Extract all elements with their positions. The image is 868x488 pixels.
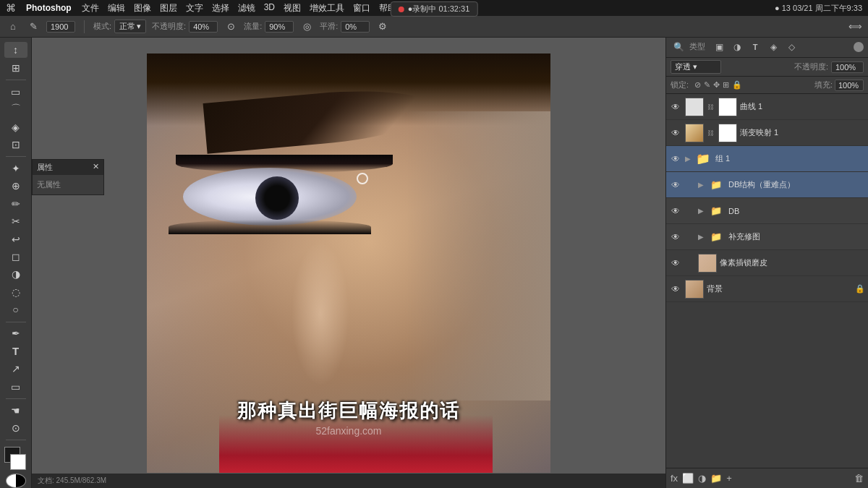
lock-artboard-icon[interactable]: ⊞ xyxy=(723,80,729,90)
properties-title: 属性 xyxy=(37,162,53,173)
airbrush-icon[interactable]: ◎ xyxy=(299,20,314,34)
brush-tool-icon[interactable]: ✎ xyxy=(26,20,41,34)
menu-select[interactable]: 选择 xyxy=(212,2,229,14)
path-select-tool[interactable]: ↗ xyxy=(4,361,27,377)
add-mask-btn[interactable]: ⬜ xyxy=(682,473,694,484)
eraser-tool[interactable]: ◻ xyxy=(4,249,27,265)
dodge-tool[interactable]: ○ xyxy=(4,301,27,317)
menu-text[interactable]: 文字 xyxy=(186,2,203,14)
brush-size-value[interactable]: 1900 xyxy=(46,21,75,33)
lock-position-icon[interactable]: ✥ xyxy=(713,80,720,90)
menu-3d[interactable]: 3D xyxy=(264,2,275,14)
blur-tool[interactable]: ◌ xyxy=(4,284,27,300)
text-tool[interactable]: T xyxy=(4,343,27,359)
lock-transparent-icon[interactable]: ⊘ xyxy=(694,80,701,90)
filter-pixel-icon[interactable]: ▣ xyxy=(711,39,727,55)
flow-value[interactable]: 90% xyxy=(265,21,294,33)
symmetry-icon[interactable]: ⟺ xyxy=(848,20,862,34)
link-layers-btn[interactable]: fx xyxy=(671,473,678,484)
add-layer-btn[interactable]: + xyxy=(726,473,732,484)
filter-toggle[interactable] xyxy=(854,42,864,52)
pen-tool[interactable]: ✒ xyxy=(4,325,27,341)
menu-layer[interactable]: 图层 xyxy=(160,2,177,14)
delete-layer-btn[interactable]: 🗑 xyxy=(854,473,864,484)
move-tool[interactable]: ↕ xyxy=(4,42,27,58)
add-adjustment-btn[interactable]: ◑ xyxy=(698,473,706,484)
canvas-image[interactable]: 那种真出街巨幅海报的话 52fanxing.com xyxy=(147,53,550,473)
opacity-row-value[interactable]: 100% xyxy=(831,61,864,73)
marquee-tool[interactable]: ▭ xyxy=(4,84,27,100)
gradient-tool[interactable]: ◑ xyxy=(4,266,27,282)
brush-tool[interactable]: ✏ xyxy=(4,196,27,212)
group-expand-icon[interactable]: ▶ xyxy=(698,233,704,241)
add-group-btn[interactable]: 📁 xyxy=(710,473,722,484)
background-color[interactable] xyxy=(10,454,26,470)
properties-close[interactable]: ✕ xyxy=(93,162,99,173)
eye-icon[interactable]: 👁 xyxy=(669,179,682,192)
healing-tool[interactable]: ⊕ xyxy=(4,178,27,194)
group-expand-icon[interactable]: ▶ xyxy=(698,181,704,189)
layer-thumbnail: 📁 xyxy=(694,150,712,168)
layer-item[interactable]: 👁 ▶ 📁 组 1 xyxy=(666,146,868,172)
layer-item[interactable]: 👁 ▶ 📁 DB xyxy=(666,198,868,224)
fill-area: 填充: 100% xyxy=(814,80,864,91)
eye-icon[interactable]: 👁 xyxy=(669,127,682,140)
eye-icon[interactable]: 👁 xyxy=(669,283,682,296)
home-icon[interactable]: ⌂ xyxy=(6,20,20,34)
layer-item[interactable]: 👁 ⛓ 曲线 1 xyxy=(666,94,868,120)
filter-smart-icon[interactable]: ◇ xyxy=(783,39,799,55)
eye-icon[interactable]: 👁 xyxy=(669,231,682,244)
menu-view[interactable]: 视图 xyxy=(284,2,301,14)
object-select-tool[interactable]: ◈ xyxy=(4,119,27,134)
layer-item[interactable]: 👁 ▶ 📁 DB结构（重难点） xyxy=(666,172,868,198)
fill-label: 填充: xyxy=(814,80,833,90)
eye-icon[interactable]: 👁 xyxy=(669,257,682,270)
lasso-tool[interactable]: ⌒ xyxy=(4,101,27,117)
layer-item[interactable]: 👁 像素插锁磨皮 xyxy=(666,250,868,276)
opacity-value[interactable]: 40% xyxy=(189,21,218,33)
layer-item[interactable]: 👁 ⛓ 渐变映射 1 xyxy=(666,120,868,146)
shape-tool[interactable]: ▭ xyxy=(4,378,27,394)
eye-icon[interactable]: 👁 xyxy=(669,153,682,166)
history-brush-tool[interactable]: ↩ xyxy=(4,231,27,247)
tool-sep-5 xyxy=(6,440,26,440)
menu-edit[interactable]: 编辑 xyxy=(108,2,125,14)
filter-shape-icon[interactable]: ◈ xyxy=(765,39,781,55)
filter-adjust-icon[interactable]: ◑ xyxy=(729,39,745,55)
menu-image[interactable]: 图像 xyxy=(134,2,151,14)
smooth-group: 平滑: 0% xyxy=(320,21,370,33)
artboard-tool[interactable]: ⊞ xyxy=(4,59,27,75)
canvas-wrapper: 那种真出街巨幅海报的话 52fanxing.com xyxy=(147,53,550,473)
layer-name: 渐变映射 1 xyxy=(740,127,865,138)
group-expand-icon[interactable]: ▶ xyxy=(698,207,704,215)
crop-tool[interactable]: ⊡ xyxy=(4,137,27,153)
filter-type-icon[interactable]: T xyxy=(747,39,763,55)
menu-filter[interactable]: 滤镜 xyxy=(238,2,255,14)
hand-tool[interactable]: ☚ xyxy=(4,403,27,419)
fill-value[interactable]: 100% xyxy=(835,80,864,91)
menu-plugins[interactable]: 增效工具 xyxy=(310,2,344,14)
brush-pressure-icon[interactable]: ⊙ xyxy=(224,20,238,34)
menu-window[interactable]: 窗口 xyxy=(353,2,370,14)
menu-file[interactable]: 文件 xyxy=(82,2,99,14)
smooth-value[interactable]: 0% xyxy=(341,21,370,33)
eyedropper-tool[interactable]: ✦ xyxy=(4,160,27,176)
blend-mode-dropdown[interactable]: 穿透 ▾ xyxy=(671,60,721,74)
zoom-tool[interactable]: ⊙ xyxy=(4,420,27,436)
subtitle-area: 那种真出街巨幅海报的话 52fanxing.com xyxy=(147,398,550,437)
eye-icon[interactable]: 👁 xyxy=(669,205,682,218)
canvas-area: 那种真出街巨幅海报的话 52fanxing.com xyxy=(32,38,665,488)
lock-pixels-icon[interactable]: ✎ xyxy=(704,80,710,90)
eye-icon[interactable]: 👁 xyxy=(669,100,682,114)
clone-stamp-tool[interactable]: ✂ xyxy=(4,213,27,229)
layer-search-icon[interactable]: 🔍 xyxy=(671,39,686,55)
quick-mask-icon[interactable] xyxy=(6,474,26,488)
layer-item[interactable]: 👁 背景 🔒 xyxy=(666,276,868,302)
lock-all-icon[interactable]: 🔒 xyxy=(732,80,742,90)
pupil xyxy=(255,176,299,220)
layer-item[interactable]: 👁 ▶ 📁 补充修图 xyxy=(666,224,868,250)
group-expand-icon[interactable]: ▶ xyxy=(685,155,691,163)
mode-dropdown[interactable]: 正常 ▾ xyxy=(114,20,146,33)
settings-icon[interactable]: ⚙ xyxy=(375,20,390,34)
layers-bottom-bar: fx ⬜ ◑ 📁 + 🗑 xyxy=(666,468,868,488)
